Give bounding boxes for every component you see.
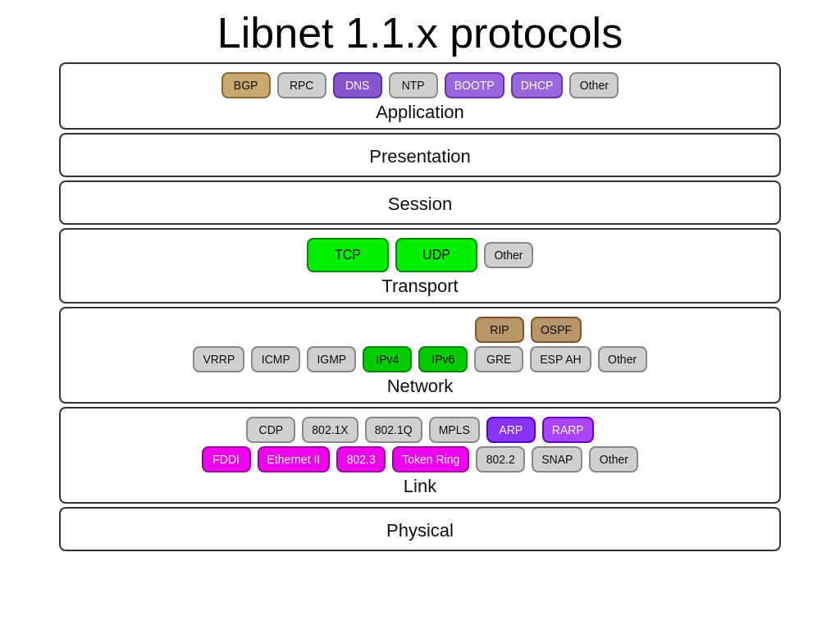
proto-cdp[interactable]: CDP [246, 417, 295, 443]
proto-tokenring[interactable]: Token Ring [392, 446, 469, 472]
session-layer: Session [59, 180, 781, 225]
link-protocol-row2: FDDI Ethernet II 802.3 Token Ring 802.2 … [69, 446, 771, 472]
presentation-label: Presentation [77, 146, 763, 167]
proto-network-other[interactable]: Other [598, 346, 647, 372]
proto-transport-other[interactable]: Other [484, 242, 533, 268]
proto-dhcp[interactable]: DHCP [511, 72, 564, 98]
proto-link-other[interactable]: Other [589, 446, 638, 472]
proto-app-other[interactable]: Other [569, 72, 619, 98]
proto-icmp[interactable]: ICMP [251, 346, 300, 372]
network-protocol-row1: RIP OSPF [69, 317, 771, 343]
proto-mpls[interactable]: MPLS [429, 417, 480, 443]
proto-fddi[interactable]: FDDI [202, 446, 251, 472]
network-layer: RIP OSPF VRRP ICMP IGMP IPv4 IPv6 GRE ES… [59, 307, 781, 404]
transport-protocol-row: TCP UDP Other [69, 238, 771, 272]
proto-igmp[interactable]: IGMP [307, 346, 356, 372]
link-protocol-row1: CDP 802.1X 802.1Q MPLS ARP RARP [69, 417, 771, 443]
application-layer: BGP RPC DNS NTP BOOTP DHCP Other Applica… [59, 62, 781, 130]
proto-8021x[interactable]: 802.1X [302, 417, 358, 443]
physical-layer: Physical [59, 507, 781, 551]
transport-layer: TCP UDP Other Transport [59, 228, 781, 304]
proto-bootp[interactable]: BOOTP [445, 72, 504, 98]
application-label: Application [69, 102, 771, 123]
physical-label: Physical [77, 520, 763, 541]
proto-rpc[interactable]: RPC [277, 72, 326, 98]
proto-udp[interactable]: UDP [395, 238, 477, 272]
proto-ethernet2[interactable]: Ethernet II [258, 446, 331, 472]
proto-8023[interactable]: 802.3 [336, 446, 386, 472]
proto-8022[interactable]: 802.2 [476, 446, 525, 472]
network-label: Network [69, 376, 771, 397]
proto-arp[interactable]: ARP [486, 417, 536, 443]
proto-tcp[interactable]: TCP [307, 238, 389, 272]
transport-label: Transport [69, 276, 771, 297]
proto-ospf[interactable]: OSPF [531, 317, 582, 343]
link-label: Link [69, 476, 771, 497]
proto-rarp[interactable]: RARP [542, 417, 594, 443]
diagram-container: BGP RPC DNS NTP BOOTP DHCP Other Applica… [59, 62, 781, 551]
proto-gre[interactable]: GRE [474, 346, 523, 372]
proto-rip[interactable]: RIP [475, 317, 524, 343]
application-protocol-row: BGP RPC DNS NTP BOOTP DHCP Other [69, 72, 771, 98]
presentation-layer: Presentation [59, 133, 781, 177]
session-label: Session [77, 194, 763, 215]
proto-8021q[interactable]: 802.1Q [365, 417, 422, 443]
proto-snap[interactable]: SNAP [532, 446, 582, 472]
link-layer: CDP 802.1X 802.1Q MPLS ARP RARP FDDI Eth… [59, 407, 781, 504]
page-title: Libnet 1.1.x protocols [0, 0, 840, 62]
proto-vrrp[interactable]: VRRP [193, 346, 244, 372]
proto-ipv4[interactable]: IPv4 [363, 346, 412, 372]
proto-dns[interactable]: DNS [333, 72, 382, 98]
proto-ntp[interactable]: NTP [389, 72, 438, 98]
proto-bgp[interactable]: BGP [221, 72, 271, 98]
network-protocol-row2: VRRP ICMP IGMP IPv4 IPv6 GRE ESP AH Othe… [69, 346, 771, 372]
proto-espah[interactable]: ESP AH [530, 346, 591, 372]
proto-ipv6[interactable]: IPv6 [418, 346, 468, 372]
